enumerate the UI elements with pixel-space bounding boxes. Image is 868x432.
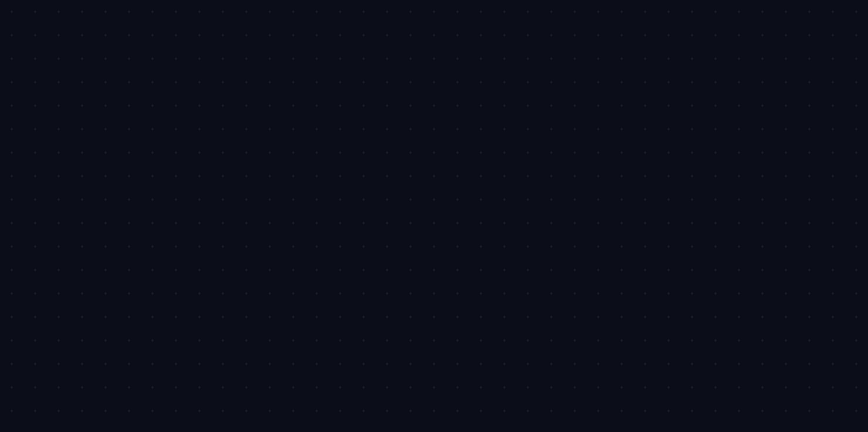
background xyxy=(0,0,868,432)
